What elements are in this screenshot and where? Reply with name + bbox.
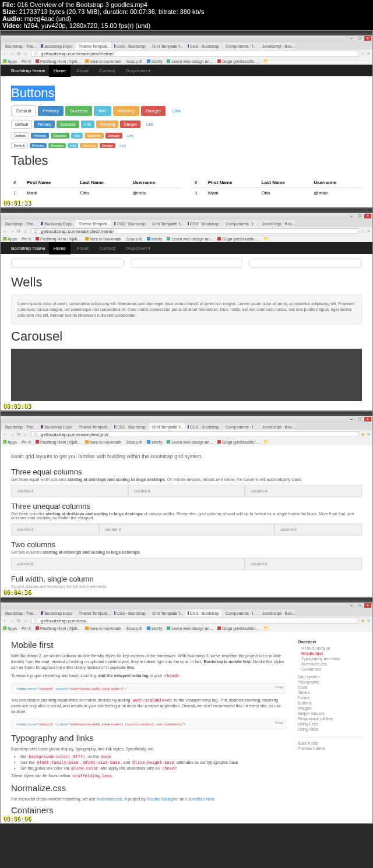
bookmark-item[interactable]: Gögn greiðsluáñu ... (217, 440, 259, 444)
bookmark-item[interactable]: Pin It (22, 237, 31, 241)
sidebar-link[interactable]: Typography (298, 680, 362, 684)
browser-tab[interactable]: Bootstrap Expo (38, 423, 75, 430)
nav-contact[interactable]: Contact (94, 65, 120, 77)
forward-icon[interactable]: → (10, 432, 15, 437)
bookmark-star-icon[interactable]: ★ (361, 432, 365, 437)
browser-tab-active[interactable]: Theme Templat... (75, 220, 111, 227)
browser-tab[interactable]: Grid Template f... (149, 610, 185, 617)
success-button[interactable]: Success (48, 143, 66, 148)
bookmark-item[interactable]: storify (147, 237, 163, 241)
success-button[interactable]: Success (51, 133, 70, 139)
url-input[interactable]: 🗋getbootstrap.com/examples/theme/ (31, 228, 358, 234)
bookmark-item[interactable]: Scoop.it! (126, 626, 142, 630)
sidebar-link[interactable]: Helper classes (298, 711, 362, 715)
back-to-top-link[interactable]: Back to top (298, 741, 362, 745)
nav-dropdown[interactable]: Dropdown ▾ (121, 242, 156, 254)
bookmark-item[interactable]: storify (147, 440, 163, 444)
browser-tab-active[interactable]: Grid Template f... (149, 423, 185, 430)
success-button[interactable]: Success (57, 121, 79, 128)
bookmark-item[interactable]: here to bookmark (85, 59, 121, 63)
window-close[interactable]: × (364, 214, 371, 218)
sidebar-link[interactable]: Using Sass (298, 727, 362, 731)
info-button[interactable]: Info (68, 143, 78, 148)
nav-home[interactable]: Home (49, 242, 71, 254)
back-icon[interactable]: ← (3, 618, 8, 623)
bookmark-item[interactable]: Scoop.it! (126, 59, 142, 63)
bookmark-item[interactable]: Póstfang Hám | Kjall... (36, 440, 80, 444)
browser-tab[interactable]: Bootstrap · The... (2, 423, 38, 430)
default-button[interactable]: Default (11, 105, 36, 116)
bookmark-item[interactable]: here to bookmark (85, 237, 121, 241)
browser-tab[interactable]: Bootstrap · The... (2, 42, 38, 49)
apps-button[interactable]: Apps (3, 237, 17, 241)
sidebar-link[interactable]: Code (298, 685, 362, 689)
window-maximize[interactable]: □ (356, 36, 363, 41)
copy-button[interactable]: Copy (275, 685, 283, 689)
bookmark-item[interactable]: Pin It (22, 626, 31, 630)
browser-tab[interactable]: CSS · Bootstrap (112, 220, 148, 227)
warning-button[interactable]: Warning (80, 143, 97, 148)
info-button[interactable]: Info (94, 106, 111, 116)
primary-button[interactable]: Primary (38, 106, 64, 116)
home-icon[interactable]: ⌂ (24, 51, 29, 56)
browser-tab[interactable]: CSS · Bootstrap (112, 423, 148, 430)
menu-icon[interactable]: ≡ (367, 618, 370, 623)
nav-about[interactable]: About (72, 65, 93, 77)
danger-button[interactable]: Danger (120, 121, 140, 128)
danger-button[interactable]: Danger (100, 143, 116, 148)
apps-button[interactable]: Apps (3, 440, 17, 444)
window-minimize[interactable]: – (348, 603, 355, 608)
author-link[interactable]: Nicolas Gallagher (147, 797, 179, 801)
url-input[interactable]: 🗋getbootstrap.com/examples/grid/ (31, 431, 358, 437)
nav-dropdown[interactable]: Dropdown ▾ (121, 65, 156, 77)
url-input[interactable]: 🗋getbootstrap.com/css/ (31, 618, 358, 623)
bookmark-item[interactable]: Scoop.it! (126, 440, 142, 444)
menu-icon[interactable]: ≡ (367, 432, 370, 437)
default-button[interactable]: Default (11, 120, 32, 129)
browser-tab[interactable]: Components · f... (222, 610, 258, 617)
nav-contact[interactable]: Contact (94, 242, 120, 254)
forward-icon[interactable]: → (10, 618, 15, 623)
sidebar-link[interactable]: Buttons (298, 701, 362, 705)
bookmark-item[interactable]: 📁 (263, 626, 269, 630)
window-minimize[interactable]: – (348, 36, 355, 41)
browser-tab[interactable]: CSS · Bootstrap (185, 220, 221, 227)
copy-button[interactable]: Copy (275, 721, 283, 724)
bookmark-star-icon[interactable]: ☆ (361, 229, 365, 234)
normalize-link[interactable]: Normalize.css (97, 797, 122, 801)
browser-tab-active[interactable]: CSS · Bootstrap (185, 610, 221, 617)
sidebar-heading[interactable]: Overview (298, 640, 362, 644)
bookmark-item[interactable]: 📁 (263, 440, 269, 444)
link-button[interactable]: Link (142, 121, 157, 128)
sidebar-link[interactable]: Using Less (298, 722, 362, 726)
browser-tab[interactable]: Grid Template f... (149, 42, 185, 49)
browser-tab[interactable]: CSS · Bootstrap (112, 42, 148, 49)
bookmark-item[interactable]: 📁 (263, 236, 269, 241)
browser-tab[interactable]: Bootstrap · The... (2, 610, 38, 617)
info-button[interactable]: Info (71, 133, 83, 139)
home-icon[interactable]: ⌂ (24, 618, 29, 623)
sidebar-link[interactable]: Typography and links (301, 657, 362, 661)
browser-tab[interactable]: Components · f... (222, 220, 258, 227)
bookmark-item[interactable]: here to bookmark (85, 440, 121, 444)
back-icon[interactable]: ← (3, 229, 8, 233)
browser-tab[interactable]: Components · f... (222, 42, 258, 49)
preview-theme-link[interactable]: Preview theme (298, 746, 362, 750)
warning-button[interactable]: Warning (113, 106, 140, 116)
window-close[interactable]: × (364, 36, 371, 41)
browser-tab[interactable]: Theme Templat... (75, 423, 111, 430)
bookmark-item[interactable]: Pin It (22, 59, 31, 63)
window-minimize[interactable]: – (348, 417, 355, 421)
bookmark-item[interactable]: Scoop.it! (126, 237, 142, 241)
bookmark-item[interactable]: Póstfang Hám | Kjall... (36, 59, 80, 63)
sidebar-link-active[interactable]: Mobile first (301, 651, 362, 656)
browser-tab[interactable]: Bootstrap Expo (38, 42, 75, 49)
sidebar-link[interactable]: Forms (298, 696, 362, 700)
window-close[interactable]: × (364, 417, 371, 421)
bookmark-item[interactable]: here to bookmark (85, 626, 121, 630)
bookmark-star-icon[interactable]: ☆ (361, 51, 365, 56)
bookmark-item[interactable]: Learn web design an... (167, 440, 213, 444)
browser-tab[interactable]: JavaScript · Boo... (259, 423, 295, 430)
sidebar-link[interactable]: Images (298, 706, 362, 710)
window-maximize[interactable]: □ (356, 214, 363, 218)
